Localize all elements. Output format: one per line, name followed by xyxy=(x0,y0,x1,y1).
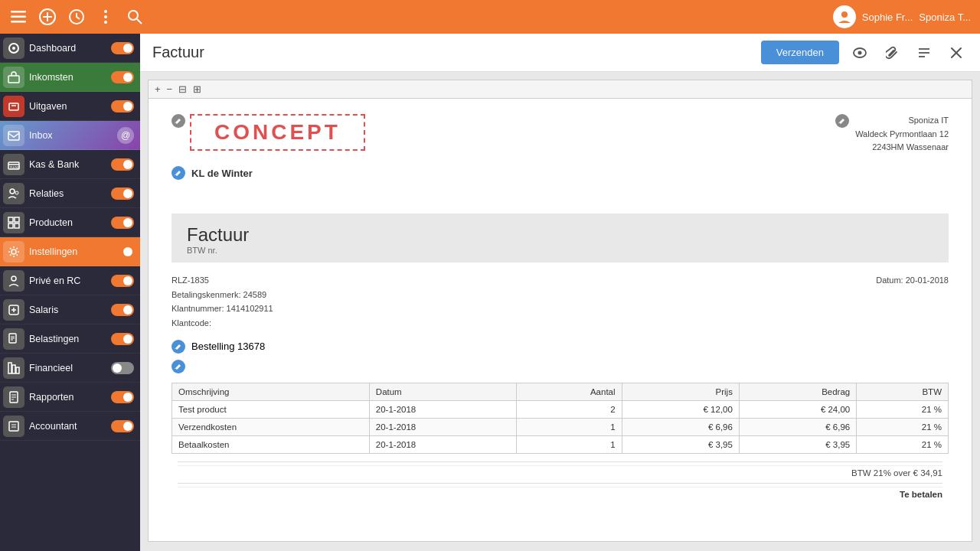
col-bedrag: Bedrag xyxy=(739,383,856,400)
svg-rect-5 xyxy=(43,16,52,18)
edit-dot-company[interactable] xyxy=(835,114,849,128)
table-row: Betaalkosten 20-1-2018 1 € 3,95 € 3,95 2… xyxy=(172,435,949,453)
col-omschrijving: Omschrijving xyxy=(172,383,370,400)
svg-rect-16 xyxy=(9,103,18,110)
sidebar-item-producten[interactable]: Producten xyxy=(0,208,140,237)
cell-btw: 21 % xyxy=(857,418,949,435)
edit-dot-client[interactable] xyxy=(172,166,185,180)
sidebar-label-rapporten: Rapporten xyxy=(29,392,74,403)
sidebar-item-inbox[interactable]: Inbox @ xyxy=(0,121,140,150)
sidebar-item-salaris[interactable]: Salaris xyxy=(0,295,140,324)
toggle-kas-bank[interactable] xyxy=(111,158,134,171)
toggle-rapporten[interactable] xyxy=(111,391,134,403)
doc-meta: RLZ-1835 Betalingskenmerk: 24589 Klantnu… xyxy=(172,273,949,331)
edit-dot-table[interactable] xyxy=(172,360,185,373)
cell-prijs: € 12,00 xyxy=(622,400,739,418)
sidebar: Dashboard Inkomsten Uitgaven xyxy=(0,34,140,551)
sidebar-item-prive-rc[interactable]: Privé en RC xyxy=(0,266,140,295)
toggle-financieel[interactable] xyxy=(111,362,134,374)
user-name: Sophie Fr... xyxy=(862,11,913,23)
svg-rect-39 xyxy=(16,367,19,373)
sidebar-item-inkomsten[interactable]: Inkomsten xyxy=(0,63,140,92)
topbar-left xyxy=(9,8,144,26)
toggle-salaris[interactable] xyxy=(111,304,134,316)
eye-icon[interactable] xyxy=(848,41,871,64)
main-header: Factuur Verzenden xyxy=(140,34,980,72)
sidebar-item-belastingen[interactable]: Belastingen xyxy=(0,324,140,354)
toggle-instellingen[interactable] xyxy=(111,246,134,258)
more-icon[interactable] xyxy=(96,8,115,26)
layout: Dashboard Inkomsten Uitgaven xyxy=(0,34,980,551)
edit-dot-order[interactable] xyxy=(172,340,185,354)
sidebar-label-belastingen: Belastingen xyxy=(29,334,79,344)
invoice-number: RLZ-1835 xyxy=(172,273,273,288)
table-header-row: Omschrijving Datum Aantal Prijs Bedrag B… xyxy=(172,383,949,400)
cell-omschrijving: Betaalkosten xyxy=(172,435,370,453)
toggle-relaties[interactable] xyxy=(111,187,134,200)
sidebar-item-uitgaven[interactable]: Uitgaven xyxy=(0,92,140,121)
toolbar-fit[interactable]: ⊟ xyxy=(178,83,187,95)
add-icon[interactable] xyxy=(38,8,57,26)
totals-area: BTW 21% over € 34,91 Te betalen xyxy=(172,454,949,506)
toggle-dashboard[interactable] xyxy=(111,42,134,54)
list-icon[interactable] xyxy=(913,41,936,64)
close-icon[interactable] xyxy=(945,41,968,64)
sidebar-label-dashboard: Dashboard xyxy=(29,43,76,54)
topbar: Sophie Fr... Sponiza T... xyxy=(0,0,980,34)
toggle-prive-rc[interactable] xyxy=(111,275,134,287)
edit-dot-concept[interactable] xyxy=(172,114,185,128)
company-name: Sponiza IT xyxy=(855,114,949,128)
menu-icon[interactable] xyxy=(9,8,28,26)
svg-rect-27 xyxy=(15,223,19,228)
sidebar-label-prive-rc: Privé en RC xyxy=(29,276,80,286)
sidebar-item-kas-bank[interactable]: BANK Kas & Bank xyxy=(0,150,140,179)
client-name: KL de Winter xyxy=(191,168,253,179)
sidebar-label-kas-bank: Kas & Bank xyxy=(29,159,79,170)
sidebar-label-financieel: Financieel xyxy=(29,363,73,373)
toolbar-zoom[interactable]: ⊞ xyxy=(193,83,201,95)
search-icon[interactable] xyxy=(126,8,144,26)
svg-rect-2 xyxy=(11,21,26,23)
sidebar-item-instellingen[interactable]: Instellingen xyxy=(0,237,140,266)
svg-rect-26 xyxy=(8,223,13,228)
client-code: Klantcode: xyxy=(172,316,273,331)
sidebar-label-inkomsten: Inkomsten xyxy=(29,72,74,83)
sidebar-label-accountant: Accountant xyxy=(29,421,77,432)
header-actions: Verzenden xyxy=(761,41,968,64)
kas-bank-icon: BANK xyxy=(3,154,24,175)
doc-top-row: CONCEPT Sponiza IT Waldeck Pyrmontlaan 1… xyxy=(172,114,949,158)
cell-prijs: € 6,96 xyxy=(622,418,739,435)
cell-datum: 20-1-2018 xyxy=(369,435,516,453)
attachment-icon[interactable] xyxy=(880,41,903,64)
concept-stamp: CONCEPT xyxy=(190,114,365,151)
svg-rect-38 xyxy=(12,365,15,373)
inbox-icon xyxy=(3,125,24,146)
sidebar-item-relaties[interactable]: Relaties xyxy=(0,179,140,208)
toolbar-minus[interactable]: − xyxy=(167,83,173,95)
relaties-icon xyxy=(3,183,24,204)
toggle-belastingen[interactable] xyxy=(111,333,134,345)
cell-datum: 20-1-2018 xyxy=(369,418,516,435)
toggle-accountant[interactable] xyxy=(111,420,134,432)
doc-order-row: Bestelling 13678 xyxy=(172,340,949,354)
toggle-inkomsten[interactable] xyxy=(111,71,134,83)
sidebar-item-rapporten[interactable]: Rapporten xyxy=(0,383,140,412)
toggle-producten[interactable] xyxy=(111,217,134,229)
col-btw: BTW xyxy=(857,383,949,400)
col-prijs: Prijs xyxy=(622,383,739,400)
table-row: Verzendkosten 20-1-2018 1 € 6,96 € 6,96 … xyxy=(172,418,949,435)
sidebar-item-financieel[interactable]: Financieel xyxy=(0,354,140,383)
history-icon[interactable] xyxy=(67,8,86,26)
inkomsten-icon xyxy=(3,67,24,88)
sidebar-label-inbox: Inbox xyxy=(29,130,53,141)
col-aantal: Aantal xyxy=(517,383,622,400)
sidebar-item-dashboard[interactable]: Dashboard xyxy=(0,34,140,63)
dashboard-icon xyxy=(3,37,24,59)
uitgaven-icon xyxy=(3,96,24,117)
toolbar-add[interactable]: + xyxy=(155,83,161,95)
svg-rect-0 xyxy=(11,11,26,13)
sidebar-item-accountant[interactable]: Accountant xyxy=(0,412,140,441)
send-button[interactable]: Verzenden xyxy=(761,41,839,64)
doc-area: + − ⊟ ⊞ CONCEPT xyxy=(140,72,980,551)
toggle-uitgaven[interactable] xyxy=(111,100,134,112)
